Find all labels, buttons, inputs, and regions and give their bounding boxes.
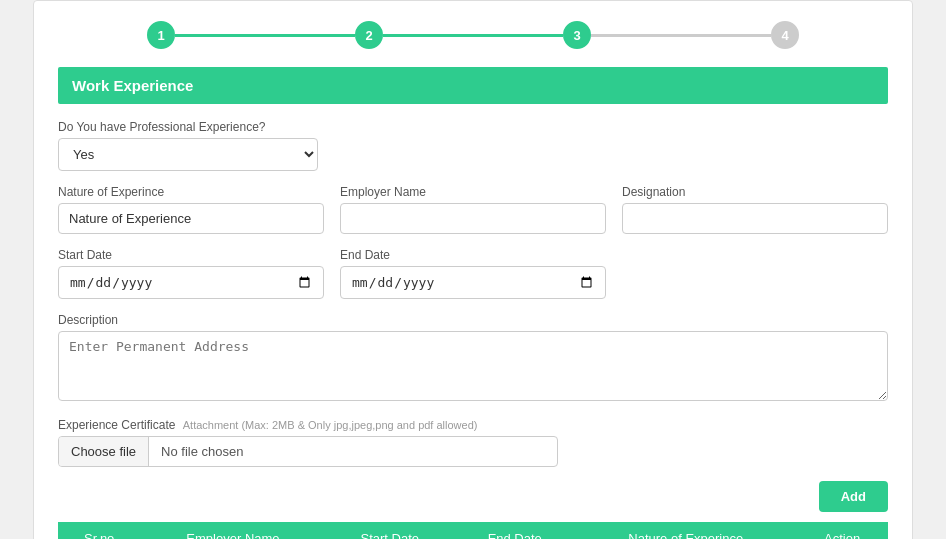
end-date-label: End Date xyxy=(340,248,606,262)
step-line-2 xyxy=(383,34,563,37)
designation-col: Designation xyxy=(622,185,888,234)
description-textarea[interactable] xyxy=(58,331,888,401)
start-date-col: Start Date xyxy=(58,248,324,299)
start-date-label: Start Date xyxy=(58,248,324,262)
section-header: Work Experience xyxy=(58,67,888,104)
description-label: Description xyxy=(58,313,888,327)
dates-row: Start Date End Date xyxy=(58,248,888,299)
nature-employer-designation-row: Nature of Experince Employer Name Design… xyxy=(58,185,888,234)
step-3: 3 xyxy=(563,21,591,49)
main-card: 1 2 3 4 Work Experience Do You have Prof… xyxy=(33,0,913,539)
professional-experience-group: Do You have Professional Experience? Yes… xyxy=(58,120,888,171)
start-date-input[interactable] xyxy=(58,266,324,299)
file-upload-row: Choose file No file chosen xyxy=(58,436,558,467)
add-button-row: Add xyxy=(58,481,888,512)
col-start-date: Start Date xyxy=(326,522,454,539)
designation-label: Designation xyxy=(622,185,888,199)
nature-input[interactable] xyxy=(58,203,324,234)
employer-label: Employer Name xyxy=(340,185,606,199)
col-end-date: End Date xyxy=(454,522,575,539)
file-note: Attachment (Max: 2MB & Only jpg,jpeg,png… xyxy=(183,419,478,431)
professional-experience-label: Do You have Professional Experience? xyxy=(58,120,888,134)
file-upload-group: Experience Certificate Attachment (Max: … xyxy=(58,418,888,467)
stepper: 1 2 3 4 xyxy=(58,21,888,49)
experience-table: Sr.no Employer Name Start Date End Date … xyxy=(58,522,888,539)
nature-label: Nature of Experince xyxy=(58,185,324,199)
nature-col: Nature of Experince xyxy=(58,185,324,234)
step-line-3 xyxy=(591,34,771,37)
step-1: 1 xyxy=(147,21,175,49)
step-2: 2 xyxy=(355,21,383,49)
col-action: Action xyxy=(796,522,888,539)
employer-input[interactable] xyxy=(340,203,606,234)
professional-experience-select[interactable]: Yes No xyxy=(58,138,318,171)
file-label: Experience Certificate Attachment (Max: … xyxy=(58,418,888,432)
employer-col: Employer Name xyxy=(340,185,606,234)
end-date-col: End Date xyxy=(340,248,606,299)
file-chosen-text: No file chosen xyxy=(149,437,255,466)
table-header-row: Sr.no Employer Name Start Date End Date … xyxy=(58,522,888,539)
designation-input[interactable] xyxy=(622,203,888,234)
choose-file-button[interactable]: Choose file xyxy=(59,437,149,466)
add-button[interactable]: Add xyxy=(819,481,888,512)
col-nature: Nature of Experince xyxy=(575,522,796,539)
col-srno: Sr.no xyxy=(58,522,140,539)
step-line-1 xyxy=(175,34,355,37)
col-employer: Employer Name xyxy=(140,522,325,539)
description-group: Description xyxy=(58,313,888,404)
end-date-input[interactable] xyxy=(340,266,606,299)
empty-col xyxy=(622,248,888,299)
step-4: 4 xyxy=(771,21,799,49)
